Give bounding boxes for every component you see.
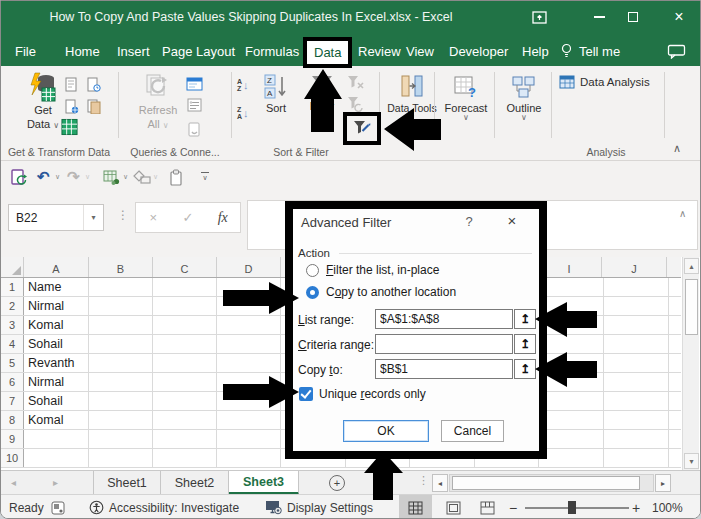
filter-button[interactable]: Filter <box>299 74 345 112</box>
sort-button[interactable]: Z A Sort <box>257 74 295 114</box>
display-settings-button[interactable]: Display Settings <box>265 495 373 519</box>
cell-a10[interactable] <box>24 449 89 467</box>
cell[interactable] <box>217 316 281 334</box>
data-analysis-button[interactable]: Data Analysis <box>559 75 650 89</box>
maximize-button[interactable] <box>613 1 653 33</box>
cell[interactable] <box>89 411 153 429</box>
cell[interactable] <box>217 411 281 429</box>
cell[interactable] <box>89 316 153 334</box>
cell[interactable] <box>153 354 217 372</box>
cell[interactable] <box>153 449 217 467</box>
tab-help[interactable]: Help <box>522 36 549 66</box>
dropdown-icon[interactable]: ∨ <box>85 173 90 181</box>
row-header[interactable]: 10 <box>1 449 24 467</box>
confirm-entry-icon[interactable]: ✓ <box>171 210 206 225</box>
properties-icon[interactable] <box>186 97 203 113</box>
vertical-scroll-thumb[interactable] <box>685 279 698 335</box>
sort-ascending-button[interactable]: AZ ↓ <box>237 78 257 92</box>
radio-copy-to-location[interactable]: Copy to another location <box>306 285 456 299</box>
view-normal-button[interactable] <box>399 495 432 519</box>
shapes-button[interactable] <box>133 167 151 187</box>
cell-a1[interactable]: Name <box>24 278 89 296</box>
qat-overflow-button[interactable]: ∨ <box>201 167 209 187</box>
macro-record-button[interactable] <box>51 495 65 519</box>
cell[interactable] <box>217 373 281 391</box>
comment-button[interactable] <box>667 36 686 66</box>
tab-page-layout[interactable]: Page Layout <box>162 36 235 66</box>
accessibility-status[interactable]: Accessibility: Investigate <box>89 495 239 519</box>
zoom-slider[interactable] <box>525 507 629 509</box>
cell[interactable] <box>217 297 281 315</box>
tab-developer[interactable]: Developer <box>449 36 508 66</box>
cell[interactable] <box>153 335 217 353</box>
add-sheet-button[interactable]: + <box>329 475 345 491</box>
forecast-button[interactable]: ? Forecast ∨ <box>439 74 493 122</box>
dialog-close-button[interactable]: × <box>501 212 523 229</box>
reapply-filter-icon[interactable] <box>347 96 364 112</box>
cell[interactable] <box>217 392 281 410</box>
recent-sources-icon[interactable] <box>85 76 102 92</box>
cell[interactable] <box>89 354 153 372</box>
sheet-tab-sheet3-active[interactable]: Sheet3 <box>229 471 299 495</box>
save-sync-button[interactable] <box>11 167 27 187</box>
cell[interactable] <box>217 354 281 372</box>
row-header[interactable]: 5 <box>1 354 24 372</box>
cell[interactable] <box>217 278 281 296</box>
copy-to-picker-button[interactable]: ↥ <box>514 359 536 379</box>
cell-a6[interactable]: Nirmal <box>24 373 89 391</box>
cell[interactable] <box>217 335 281 353</box>
tell-me-button[interactable]: Tell me <box>561 36 620 66</box>
vertical-scrollbar[interactable]: ▴ ▾ <box>682 257 699 470</box>
cell[interactable] <box>153 278 217 296</box>
dialog-help-button[interactable]: ? <box>461 214 477 229</box>
tab-data-selected[interactable]: Data <box>303 37 352 68</box>
dropdown-icon[interactable]: ∨ <box>55 173 60 181</box>
cell[interactable] <box>153 430 217 448</box>
tab-file[interactable]: File <box>15 36 36 66</box>
cell[interactable] <box>153 297 217 315</box>
tab-home[interactable]: Home <box>65 36 100 66</box>
column-header-j[interactable]: J <box>602 257 667 277</box>
cancel-button[interactable]: Cancel <box>441 420 504 442</box>
splitter-dots-icon[interactable]: ⋮ <box>418 474 429 487</box>
redo-button[interactable]: ↷ <box>67 167 80 187</box>
data-tools-button[interactable]: Data Tools ∨ <box>387 74 437 122</box>
edit-links-icon[interactable] <box>186 121 203 137</box>
radio-filter-in-place[interactable]: Filter the list, in-place <box>306 263 439 277</box>
criteria-range-picker-button[interactable]: ↥ <box>514 334 536 354</box>
refresh-all-button[interactable]: Refresh All ∨ <box>129 72 187 130</box>
insert-function-icon[interactable]: fx <box>205 210 240 226</box>
dropdown-icon[interactable]: ∨ <box>123 173 128 181</box>
cell[interactable] <box>89 278 153 296</box>
cell-a9[interactable] <box>24 430 89 448</box>
sheet-tab-sheet2[interactable]: Sheet2 <box>161 471 229 495</box>
cell-a4[interactable]: Sohail <box>24 335 89 353</box>
expand-formula-bar-icon[interactable]: ∧ <box>679 208 686 219</box>
cell[interactable] <box>89 373 153 391</box>
unique-records-checkbox[interactable]: Unique records only <box>299 387 426 401</box>
view-page-break-button[interactable] <box>471 495 504 519</box>
cell-a7[interactable]: Sohail <box>24 392 89 410</box>
row-header[interactable]: 1 <box>1 278 24 296</box>
close-button[interactable]: × <box>659 1 699 33</box>
from-table-icon[interactable] <box>61 119 78 135</box>
cell[interactable] <box>153 316 217 334</box>
cell[interactable] <box>217 430 281 448</box>
zoom-in-button[interactable]: + <box>632 495 640 519</box>
scroll-up-button[interactable]: ▴ <box>684 258 699 274</box>
cancel-entry-icon[interactable]: × <box>136 210 171 225</box>
column-header-c[interactable]: C <box>153 257 217 277</box>
column-header-a[interactable]: A <box>24 257 89 277</box>
share-table-button[interactable] <box>103 167 120 187</box>
cell[interactable] <box>217 449 281 467</box>
cell-a8[interactable]: Komal <box>24 411 89 429</box>
row-header[interactable]: 2 <box>1 297 24 315</box>
previous-sheet-icon[interactable]: ◂ <box>11 477 16 488</box>
column-header-d[interactable]: D <box>217 257 281 277</box>
cell[interactable] <box>153 392 217 410</box>
cell[interactable] <box>89 449 153 467</box>
cell[interactable] <box>89 297 153 315</box>
from-web-icon[interactable] <box>63 98 80 114</box>
column-header-partial[interactable] <box>667 257 681 277</box>
next-sheet-icon[interactable]: ▸ <box>53 477 58 488</box>
